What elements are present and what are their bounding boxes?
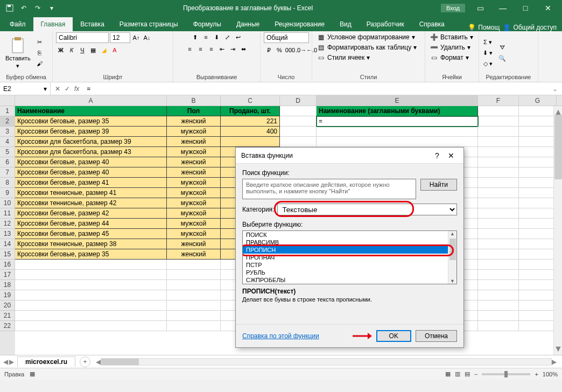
cell[interactable] — [519, 188, 557, 198]
horizontal-scrollbar[interactable]: ◀ ▶ — [96, 358, 557, 366]
cell[interactable] — [478, 311, 519, 321]
align-top-icon[interactable]: ⬆ — [191, 32, 200, 42]
close-icon[interactable]: ✕ — [540, 4, 556, 12]
cell[interactable]: мужской — [167, 178, 221, 188]
row-header[interactable]: 2 — [0, 116, 15, 127]
row-header[interactable]: 20 — [0, 300, 15, 311]
tab-file[interactable]: Файл — [2, 17, 33, 31]
align-middle-icon[interactable]: ≡ — [201, 32, 211, 42]
cell[interactable] — [280, 127, 317, 137]
decrease-font-icon[interactable]: A↓ — [142, 33, 152, 43]
function-list-item[interactable]: ПРАВСИМВ — [243, 239, 456, 246]
help-link[interactable]: Справка по этой функции — [242, 332, 319, 340]
cell[interactable]: мужской — [167, 127, 221, 137]
cell[interactable] — [167, 280, 221, 290]
cancel-formula-icon[interactable]: ✕ — [55, 85, 60, 93]
cell[interactable] — [478, 127, 519, 137]
select-all-corner[interactable] — [0, 95, 15, 106]
cell[interactable] — [519, 280, 557, 290]
cell[interactable] — [478, 208, 519, 219]
zoom-slider[interactable] — [482, 373, 530, 375]
fill-icon[interactable]: ⬇ ▾ — [482, 48, 493, 58]
tab-page-layout[interactable]: Разметка страницы — [112, 17, 186, 31]
ribbon-display-icon[interactable]: ▭ — [473, 4, 488, 12]
row-header[interactable]: 19 — [0, 290, 15, 300]
cell[interactable]: женский — [167, 116, 221, 127]
cell[interactable] — [519, 208, 557, 219]
cell[interactable]: Кроссовки беговые, размер 44 — [15, 219, 167, 229]
name-box[interactable]: E2▾ — [0, 82, 51, 95]
function-list-item[interactable]: ПРОПНАЧ — [243, 254, 456, 261]
comma-icon[interactable]: 000 — [285, 45, 295, 55]
row-header[interactable]: 13 — [0, 229, 15, 239]
indent-inc-icon[interactable]: ⇥ — [228, 44, 238, 54]
cell[interactable] — [167, 311, 221, 321]
sort-filter-icon[interactable]: ᗊ — [497, 43, 507, 52]
function-list-item[interactable]: ПСТР — [243, 261, 456, 269]
cell[interactable] — [519, 219, 557, 229]
tell-me[interactable]: 💡Помощ — [468, 24, 500, 31]
function-list-item[interactable]: СЖПРОБЕЛЫ — [243, 276, 456, 284]
cell[interactable]: Кроссовки беговые, размер 42 — [15, 208, 167, 219]
vertical-scrollbar[interactable]: ▲▼ — [553, 106, 562, 355]
function-list-item[interactable]: ПРОПИСН — [243, 246, 456, 254]
cell[interactable] — [167, 300, 221, 311]
delete-cells-button[interactable]: ➖Удалить ▾ — [428, 43, 472, 52]
clear-icon[interactable]: ◇ ▾ — [482, 59, 493, 68]
save-icon[interactable] — [4, 3, 15, 13]
row-header[interactable]: 10 — [0, 198, 15, 208]
row-header[interactable]: 22 — [0, 321, 15, 331]
login-button[interactable]: Вход — [441, 4, 465, 12]
col-header-A[interactable]: A — [15, 95, 167, 106]
font-name-select[interactable] — [56, 32, 109, 43]
cell[interactable] — [317, 137, 478, 147]
cell[interactable]: Кроссовки для баскетбола, размер 43 — [15, 147, 167, 157]
cell[interactable] — [15, 270, 167, 280]
cell[interactable]: Кроссовки для баскетбола, размер 39 — [15, 137, 167, 147]
align-right-icon[interactable]: ≡ — [207, 44, 216, 54]
wrap-text-icon[interactable]: ↩ — [234, 32, 243, 42]
cell[interactable] — [519, 290, 557, 300]
italic-button[interactable]: К — [67, 45, 76, 55]
font-size-select[interactable] — [110, 32, 130, 43]
merge-icon[interactable]: ⬌ — [239, 44, 249, 54]
fill-color-icon[interactable]: ◢ — [99, 45, 109, 55]
cell[interactable] — [280, 116, 317, 127]
row-header[interactable]: 21 — [0, 311, 15, 321]
function-list[interactable]: ПОИСКПРАВСИМВПРОПИСНПРОПНАЧПСТРРУБЛЬСЖПР… — [242, 230, 457, 284]
tab-home[interactable]: Главная — [33, 17, 73, 31]
cell[interactable] — [478, 280, 519, 290]
cell[interactable] — [280, 137, 317, 147]
cell[interactable] — [519, 229, 557, 239]
cell[interactable] — [478, 239, 519, 249]
fx-icon[interactable]: fx — [74, 85, 79, 93]
format-table-button[interactable]: ▤Форматировать как таблицу ▾ — [315, 43, 418, 52]
cell[interactable]: Пол — [167, 106, 221, 116]
cell[interactable] — [317, 127, 478, 137]
cell[interactable] — [519, 116, 557, 127]
col-header-C[interactable]: C — [221, 95, 280, 106]
cell[interactable] — [478, 167, 519, 178]
format-cells-button[interactable]: ▭Формат ▾ — [428, 53, 470, 62]
cell[interactable]: Кроссовки беговые, размер 40 — [15, 157, 167, 167]
cell[interactable] — [478, 106, 519, 116]
tab-help[interactable]: Справка — [412, 17, 452, 31]
col-header-F[interactable]: F — [478, 95, 519, 106]
function-list-item[interactable]: РУБЛЬ — [243, 269, 456, 276]
cell[interactable]: мужской — [167, 198, 221, 208]
currency-icon[interactable]: ₽ — [264, 45, 273, 55]
cell[interactable] — [519, 178, 557, 188]
zoom-value[interactable]: 100% — [543, 371, 558, 377]
cell[interactable] — [280, 106, 317, 116]
cell[interactable] — [15, 321, 167, 331]
row-header[interactable]: 14 — [0, 239, 15, 249]
row-header[interactable]: 12 — [0, 219, 15, 229]
macro-record-icon[interactable]: ▦ — [30, 370, 35, 377]
cell[interactable] — [519, 321, 557, 331]
qat-dropdown-icon[interactable]: ▾ — [46, 3, 57, 13]
borders-icon[interactable]: ▦ — [88, 45, 98, 55]
cell[interactable]: Кроссовки беговые, размер 45 — [15, 229, 167, 239]
col-header-G[interactable]: G — [519, 95, 557, 106]
cell[interactable] — [478, 260, 519, 270]
row-header[interactable]: 5 — [0, 147, 15, 157]
